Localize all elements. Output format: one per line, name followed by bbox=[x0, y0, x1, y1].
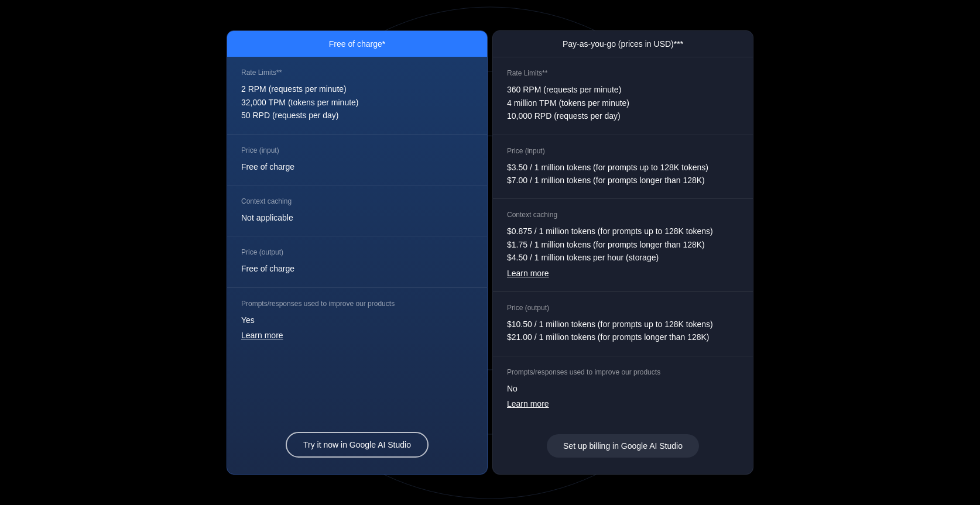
paid-card-body: Rate Limits** 360 RPM (requests per minu… bbox=[493, 57, 753, 422]
paid-prompts-section: Prompts/responses used to improve our pr… bbox=[493, 356, 753, 422]
paid-price-output-line1: $10.50 / 1 million tokens (for prompts u… bbox=[507, 318, 739, 331]
paid-prompts-no: No bbox=[507, 382, 739, 395]
free-price-input-label: Price (input) bbox=[241, 146, 473, 154]
paid-price-input-line1: $3.50 / 1 million tokens (for prompts up… bbox=[507, 161, 739, 174]
free-context-caching-value: Not applicable bbox=[241, 211, 473, 224]
paid-rpd: 10,000 RPD (requests per day) bbox=[507, 109, 739, 122]
paid-learn-more-link[interactable]: Learn more bbox=[507, 397, 549, 410]
free-rpd: 50 RPD (requests per day) bbox=[241, 109, 473, 122]
paid-prompts-label: Prompts/responses used to improve our pr… bbox=[507, 368, 739, 376]
paid-context-caching-section: Context caching $0.875 / 1 million token… bbox=[493, 199, 753, 292]
free-rpm: 2 RPM (requests per minute) bbox=[241, 83, 473, 95]
paid-context-caching-value: $0.875 / 1 million tokens (for prompts u… bbox=[507, 225, 739, 280]
free-price-output-section: Price (output) Free of charge bbox=[227, 236, 487, 287]
paid-rate-limits-label: Rate Limits** bbox=[507, 69, 739, 77]
free-context-caching-label: Context caching bbox=[241, 197, 473, 205]
paid-price-output-line2: $21.00 / 1 million tokens (for prompts l… bbox=[507, 331, 739, 343]
free-prompts-yes: Yes bbox=[241, 314, 473, 327]
free-card-footer: Try it now in Google AI Studio bbox=[227, 420, 487, 474]
free-prompts-label: Prompts/responses used to improve our pr… bbox=[241, 300, 473, 308]
free-price-output-value: Free of charge bbox=[241, 262, 473, 275]
free-price-input-value: Free of charge bbox=[241, 160, 473, 173]
try-now-button[interactable]: Try it now in Google AI Studio bbox=[286, 432, 429, 458]
paid-context-line1: $0.875 / 1 million tokens (for prompts u… bbox=[507, 225, 739, 238]
free-prompts-value: Yes Learn more bbox=[241, 314, 473, 342]
free-rate-limits-section: Rate Limits** 2 RPM (requests per minute… bbox=[227, 57, 487, 134]
paid-price-input-label: Price (input) bbox=[507, 147, 739, 155]
paid-context-line2: $1.75 / 1 million tokens (for prompts lo… bbox=[507, 238, 739, 251]
paid-price-input-value: $3.50 / 1 million tokens (for prompts up… bbox=[507, 161, 739, 187]
free-rate-limits-value: 2 RPM (requests per minute) 32,000 TPM (… bbox=[241, 83, 473, 122]
paid-context-learn-more-link[interactable]: Learn more bbox=[507, 267, 549, 280]
setup-billing-button[interactable]: Set up billing in Google AI Studio bbox=[547, 434, 699, 458]
paid-price-output-value: $10.50 / 1 million tokens (for prompts u… bbox=[507, 318, 739, 344]
free-rate-limits-label: Rate Limits** bbox=[241, 68, 473, 77]
paid-price-input-section: Price (input) $3.50 / 1 million tokens (… bbox=[493, 135, 753, 200]
paid-prompts-value: No Learn more bbox=[507, 382, 739, 411]
paid-tpm: 4 million TPM (tokens per minute) bbox=[507, 97, 739, 109]
paid-context-caching-label: Context caching bbox=[507, 211, 739, 219]
free-price-output-label: Price (output) bbox=[241, 248, 473, 256]
free-learn-more-link[interactable]: Learn more bbox=[241, 329, 283, 342]
paid-rate-limits-section: Rate Limits** 360 RPM (requests per minu… bbox=[493, 57, 753, 135]
paid-rpm: 360 RPM (requests per minute) bbox=[507, 83, 739, 96]
paid-price-input-line2: $7.00 / 1 million tokens (for prompts lo… bbox=[507, 174, 739, 187]
paid-context-line3: $4.50 / 1 million tokens per hour (stora… bbox=[507, 251, 739, 264]
free-card: Free of charge* Rate Limits** 2 RPM (req… bbox=[227, 30, 488, 474]
paid-price-output-label: Price (output) bbox=[507, 304, 739, 312]
free-card-body: Rate Limits** 2 RPM (requests per minute… bbox=[227, 57, 487, 420]
paid-price-output-section: Price (output) $10.50 / 1 million tokens… bbox=[493, 292, 753, 356]
free-context-caching-section: Context caching Not applicable bbox=[227, 185, 487, 236]
free-prompts-section: Prompts/responses used to improve our pr… bbox=[227, 288, 487, 354]
paid-card: Pay-as-you-go (prices in USD)*** Rate Li… bbox=[492, 30, 753, 474]
free-card-header: Free of charge* bbox=[227, 31, 487, 57]
paid-card-header: Pay-as-you-go (prices in USD)*** bbox=[493, 31, 753, 57]
paid-card-footer: Set up billing in Google AI Studio bbox=[493, 422, 753, 474]
free-tpm: 32,000 TPM (tokens per minute) bbox=[241, 96, 473, 109]
free-price-input-section: Price (input) Free of charge bbox=[227, 135, 487, 185]
paid-rate-limits-value: 360 RPM (requests per minute) 4 million … bbox=[507, 83, 739, 122]
